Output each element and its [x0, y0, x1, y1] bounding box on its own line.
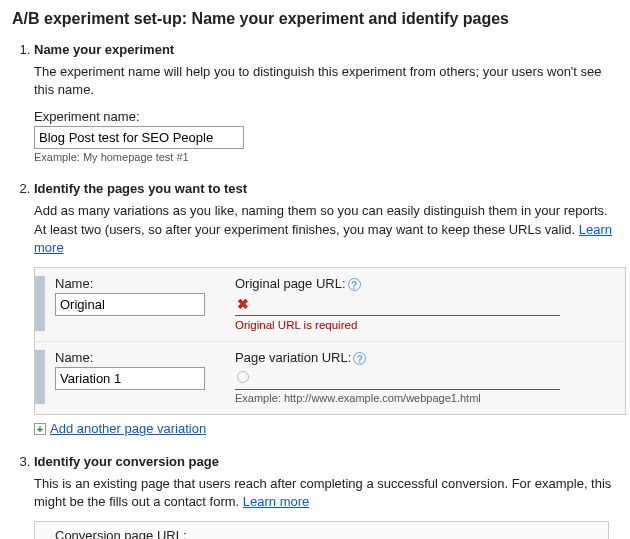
step2-desc: Add as many variations as you like, nami… [34, 202, 618, 257]
help-icon[interactable]: ? [348, 278, 361, 291]
page-heading: A/B experiment set-up: Name your experim… [12, 10, 618, 28]
pages-box: Name: Original page URL:? ✖ Original URL… [34, 267, 626, 415]
url-example: Example: http://www.example.com/webpage1… [235, 392, 615, 404]
plus-icon[interactable]: + [34, 423, 46, 435]
url-input-wrap: ✖ [235, 293, 560, 316]
step2-desc-text: Add as many variations as you like, nami… [34, 203, 608, 236]
step3-title: Identify your conversion page [34, 454, 618, 469]
step-name-experiment: Name your experiment The experiment name… [34, 42, 618, 163]
experiment-name-input[interactable] [34, 126, 244, 149]
step3-desc: This is an existing page that users reac… [34, 475, 618, 511]
drag-handle-icon[interactable] [35, 276, 45, 331]
add-variation-link[interactable]: Add another page variation [50, 421, 206, 436]
help-icon[interactable]: ? [353, 352, 366, 365]
step3-learn-more-link[interactable]: Learn more [243, 494, 309, 509]
variation-url-input[interactable] [253, 369, 560, 387]
step3-desc-text: This is an existing page that users reac… [34, 476, 611, 509]
error-x-icon: ✖ [237, 296, 249, 312]
name-label: Name: [55, 276, 225, 291]
loading-spinner-icon [237, 371, 249, 386]
step2-title: Identify the pages you want to test [34, 181, 618, 196]
experiment-name-label: Experiment name: [34, 109, 618, 124]
name-label: Name: [55, 350, 225, 365]
variation-name-input[interactable] [55, 293, 205, 316]
step1-desc: The experiment name will help you to dis… [34, 63, 618, 99]
url-input-wrap [235, 367, 560, 390]
experiment-name-example: Example: My homepage test #1 [34, 151, 618, 163]
step-conversion-page: Identify your conversion page This is an… [34, 454, 618, 539]
original-url-input[interactable] [253, 295, 560, 313]
url-label: Original page URL:? [235, 276, 615, 291]
drag-handle-icon[interactable] [35, 350, 45, 404]
page-row-original: Name: Original page URL:? ✖ Original URL… [35, 268, 625, 342]
conversion-url-label: Conversion page URL: [55, 528, 600, 539]
add-variation-row: + Add another page variation [34, 421, 618, 436]
url-label: Page variation URL:? [235, 350, 615, 365]
url-error-text: Original URL is required [235, 319, 615, 331]
variation-name-input[interactable] [55, 367, 205, 390]
step1-title: Name your experiment [34, 42, 618, 57]
page-row-variation-1: Name: Page variation URL:? Example: http… [35, 342, 625, 414]
conversion-box: Conversion page URL: ✔ Page found [34, 521, 609, 539]
step-identify-pages: Identify the pages you want to test Add … [34, 181, 618, 436]
